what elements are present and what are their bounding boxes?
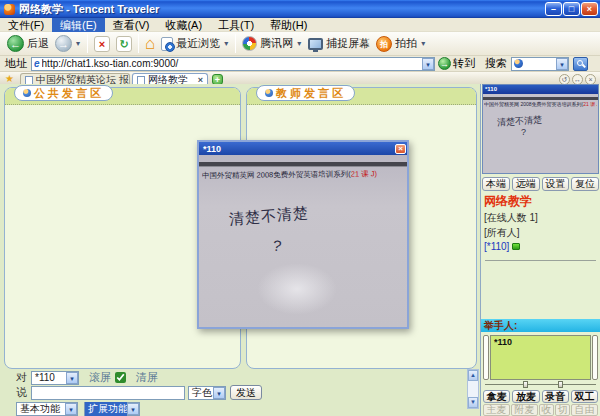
maximize-button[interactable]: □ xyxy=(563,2,580,16)
paipai-icon: 拍 xyxy=(376,36,392,52)
video-control-buttons: 本端 远端 设置 复位 xyxy=(482,177,599,191)
say-label: 说 xyxy=(16,385,27,400)
recent-dropdown-icon[interactable]: ▾ xyxy=(223,39,229,48)
font-color-select[interactable]: 字色 ▾ xyxy=(188,386,226,400)
forward-icon: → xyxy=(55,35,72,52)
record-button[interactable]: 录音 xyxy=(542,390,569,403)
toolbar-separator xyxy=(235,34,236,53)
capture-screen-button[interactable]: 捕捉屏幕 xyxy=(305,35,373,52)
popup-title: *110 xyxy=(199,144,395,154)
whiteboard-question-mark: ? xyxy=(272,237,283,255)
refresh-button[interactable]: ↻ xyxy=(113,35,135,53)
title-bar: 网络教学 - Tencent Traveler – □ × xyxy=(0,0,600,18)
recent-button[interactable]: 最近浏览 ▾ xyxy=(158,35,232,52)
aux-mic-button[interactable]: 附麦 xyxy=(511,404,538,416)
refresh-icon: ↻ xyxy=(116,36,132,52)
volume-meter-right[interactable] xyxy=(592,335,598,380)
search-label: 搜索 xyxy=(485,56,507,71)
popup-titlebar[interactable]: *110 × xyxy=(199,142,407,155)
receive-button[interactable]: 收 xyxy=(539,404,554,416)
address-bar: 地址 e ▾ → 转到 搜索 ▾ xyxy=(0,56,600,72)
remote-button[interactable]: 远端 xyxy=(512,177,540,191)
mic-panel: 举手人: *110 拿麦 放麦 录音 双工 主麦 xyxy=(481,319,600,416)
minimize-button[interactable]: – xyxy=(545,2,562,16)
user-item[interactable]: [*110] xyxy=(484,241,600,252)
whiteboard-question-small: 清楚不清楚 xyxy=(497,113,543,129)
switch-button[interactable]: 切 xyxy=(555,404,570,416)
stop-button[interactable]: × xyxy=(91,35,113,53)
tencent-icon xyxy=(242,36,257,51)
recipient-dropdown-icon[interactable]: ▾ xyxy=(66,372,78,384)
search-dropdown-button[interactable]: ▾ xyxy=(556,58,568,70)
slider-handle[interactable] xyxy=(523,381,528,388)
settings-button[interactable]: 设置 xyxy=(542,177,570,191)
home-button[interactable]: ⌂ xyxy=(142,34,158,53)
webcam-popup-window[interactable]: *110 × 中国外贸精英网 2008免费外贸英语培训系列(21 课 J) 清楚… xyxy=(197,140,409,329)
autoscroll-checkbox[interactable] xyxy=(115,372,126,383)
recent-label: 最近浏览 xyxy=(176,36,220,51)
everyone-item[interactable]: [所有人] xyxy=(484,226,600,240)
reset-button[interactable]: 复位 xyxy=(571,177,599,191)
stop-icon: × xyxy=(94,36,110,52)
menu-favorites[interactable]: 收藏(A) xyxy=(157,18,210,32)
webcam-video-frame: 中国外贸精英网 2008免费外贸英语培训系列(21 课 J) 清楚不清楚 ? xyxy=(199,155,407,327)
user-name: [*110] xyxy=(484,241,509,252)
scroll-up-icon[interactable]: ▲ xyxy=(468,370,478,381)
menu-file[interactable]: 文件(F) xyxy=(0,18,52,32)
browser-window: 网络教学 - Tencent Traveler – □ × 文件(F) 编辑(E… xyxy=(0,0,600,416)
whiteboard-text-red: 21 课 J) xyxy=(583,101,597,107)
free-mode-button[interactable]: 自由 xyxy=(571,404,598,416)
slider-handle[interactable] xyxy=(558,381,563,388)
tencent-button[interactable]: 腾讯网 ▾ xyxy=(239,35,305,52)
menu-bar: 文件(F) 编辑(E) 查看(V) 收藏(A) 工具(T) 帮助(H) xyxy=(0,18,600,32)
scroll-down-icon[interactable]: ▼ xyxy=(468,397,478,408)
composer-scrollbar[interactable]: ▲ ▼ xyxy=(467,369,479,409)
volume-slider[interactable] xyxy=(485,380,596,388)
release-mic-button[interactable]: 放麦 xyxy=(512,390,539,403)
font-color-dropdown-icon[interactable]: ▾ xyxy=(213,387,225,399)
extended-functions-dropdown-icon[interactable]: ▾ xyxy=(127,403,139,415)
video-thumbnail-titlebar: *110 xyxy=(483,85,598,94)
menu-tools[interactable]: 工具(T) xyxy=(210,18,262,32)
capture-label: 捕捉屏幕 xyxy=(326,36,370,51)
mic-user-list[interactable]: *110 xyxy=(490,335,591,380)
speaker-icon xyxy=(23,89,31,97)
extended-functions-select[interactable]: 扩展功能 ▾ xyxy=(84,402,140,416)
popup-close-button[interactable]: × xyxy=(395,144,406,154)
take-mic-button[interactable]: 拿麦 xyxy=(483,390,510,403)
volume-meter-left[interactable] xyxy=(483,335,489,380)
url-dropdown-button[interactable]: ▾ xyxy=(422,58,434,70)
main-mic-button[interactable]: 主麦 xyxy=(483,404,510,416)
back-button[interactable]: ← 后退 xyxy=(4,34,52,53)
url-input[interactable] xyxy=(42,58,422,70)
sidebar: *110 中国外贸精英网 2008免费外贸英语培训系列(21 课 J) 清楚不清… xyxy=(480,84,600,416)
close-button[interactable]: × xyxy=(581,2,598,16)
paipai-button[interactable]: 拍 拍拍 ▾ xyxy=(373,35,429,53)
app-logo-icon xyxy=(4,4,15,15)
recipient-select[interactable]: *110 ▾ xyxy=(31,371,79,385)
monitor-icon xyxy=(308,38,323,50)
menu-edit[interactable]: 编辑(E) xyxy=(52,18,105,32)
whiteboard-question: 清楚不清楚 xyxy=(228,204,309,230)
video-thumbnail[interactable]: *110 中国外贸精英网 2008免费外贸英语培训系列(21 课 J) 清楚不清… xyxy=(482,84,599,174)
local-button[interactable]: 本端 xyxy=(482,177,510,191)
paipai-dropdown-icon[interactable]: ▾ xyxy=(420,39,426,48)
search-engine-select[interactable]: ▾ xyxy=(511,57,569,71)
recent-history-icon xyxy=(161,37,173,51)
go-icon: → xyxy=(438,57,451,70)
duplex-button[interactable]: 双工 xyxy=(571,390,598,403)
forward-dropdown-icon[interactable]: ▾ xyxy=(75,39,81,48)
clear-screen-link[interactable]: 清屏 xyxy=(136,370,158,385)
menu-view[interactable]: 查看(V) xyxy=(105,18,158,32)
tencent-dropdown-icon[interactable]: ▾ xyxy=(296,39,302,48)
basic-functions-select[interactable]: 基本功能 ▾ xyxy=(16,402,78,416)
forward-button[interactable]: → ▾ xyxy=(52,34,84,53)
go-button[interactable]: → 转到 xyxy=(438,56,475,71)
window-title: 网络教学 - Tencent Traveler xyxy=(19,2,544,17)
search-button[interactable] xyxy=(573,57,588,71)
message-input[interactable] xyxy=(31,386,185,400)
toolbar-separator xyxy=(87,34,88,53)
send-button[interactable]: 发送 xyxy=(230,385,262,400)
menu-help[interactable]: 帮助(H) xyxy=(262,18,315,32)
basic-functions-dropdown-icon[interactable]: ▾ xyxy=(65,403,77,415)
